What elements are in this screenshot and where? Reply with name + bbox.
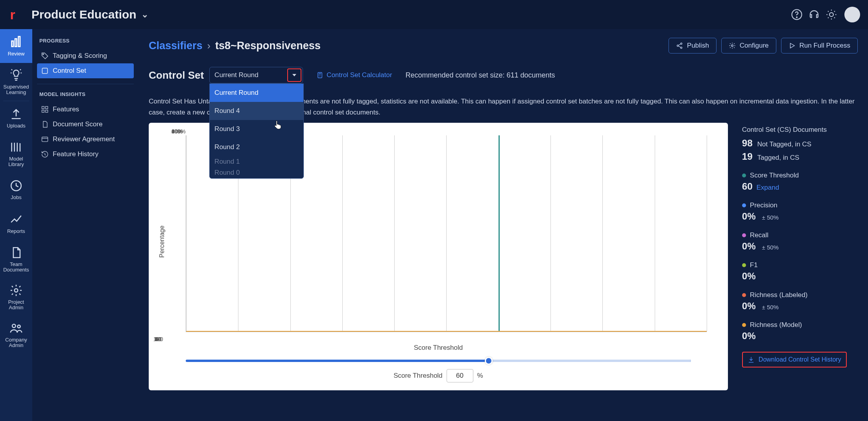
run-full-process-button[interactable]: Run Full Process [781,38,858,54]
round-selector[interactable]: Current Round Current Round Round 4 Roun… [209,67,303,83]
threshold-marker-line [499,135,500,332]
threshold-slider-thumb[interactable] [485,357,493,365]
publish-button[interactable]: Publish [669,38,717,54]
svg-rect-12 [42,107,44,109]
metric-label: Recall [750,231,768,239]
sidebar-item-reviewer-agreement[interactable]: Reviewer Agreement [37,132,134,147]
rail-uploads[interactable]: Uploads [0,101,32,135]
metric-label: Score Threshold [750,172,799,179]
metric-row: Score Threshold [742,172,858,179]
calculator-icon [316,72,323,79]
metric-error-margin: ± 50% [762,244,779,251]
metric-value-row: 0%± 50% [742,241,858,252]
gear-icon [729,42,736,49]
rail-review[interactable]: Review [0,29,32,63]
metric-value: 0% [742,271,756,282]
metric-color-dot [742,233,746,237]
sidebar-item-features[interactable]: Features [37,102,134,117]
metric-value: 0% [742,211,756,222]
rail-jobs[interactable]: Jobs [0,173,32,207]
chart-y-axis-label: Percentage [159,225,166,258]
rail-reports[interactable]: Reports [0,207,32,240]
threshold-slider[interactable] [186,360,691,362]
title-row: Control Set Current Round Current Round … [149,67,858,83]
svg-rect-16 [42,137,48,142]
svg-point-7 [15,289,18,292]
agreement-icon [41,135,49,143]
sidebar-item-document-score[interactable]: Document Score [37,117,134,132]
sidebar-item-control-set[interactable]: Control Set [37,63,134,78]
rail-model-library[interactable]: Model Library [0,135,32,173]
breadcrumb-sep: › [207,40,211,52]
svg-rect-5 [18,37,20,47]
round-dropdown: Current Round Round 4 Round 3 Round 2 Ro… [209,83,304,179]
round-option-3[interactable]: Round 3 [210,120,303,138]
metric-row: Richness (Labeled) [742,291,858,299]
svg-rect-21 [318,72,322,78]
round-option-2[interactable]: Round 2 [210,138,303,156]
grid-icon [41,105,49,113]
sidebar-item-tagging[interactable]: Tagging & Scoring [37,48,134,63]
configure-button[interactable]: Configure [721,38,776,54]
round-option-0: Round 0 [210,167,303,178]
model-insights-heading: MODEL INSIGHTS [39,91,131,97]
metric-color-dot [742,174,746,177]
metric-row: Richness (Model) [742,321,858,329]
theme-icon[interactable] [826,9,837,20]
svg-rect-13 [46,107,48,109]
breadcrumb-root[interactable]: Classifiers [149,40,203,52]
metric-value-row: 0% [742,271,858,282]
main-area: Classifiers › ts8~Responsiveness Publish… [139,29,868,421]
progress-heading: PROGRESS [39,38,131,44]
svg-rect-14 [42,110,44,113]
svg-point-2 [829,13,833,17]
metric-label: Richness (Model) [750,321,802,329]
help-icon[interactable] [791,9,803,20]
metric-label: Richness (Labeled) [750,291,807,299]
metric-color-dot [742,203,746,207]
svg-rect-11 [42,68,47,73]
workspace-selector[interactable]: Product Education ⌄ [31,8,148,21]
chart-series-line [186,331,707,332]
sidebar-item-feature-history[interactable]: Feature History [37,147,134,162]
threshold-input[interactable] [447,369,473,382]
svg-point-10 [43,54,44,55]
svg-rect-15 [46,110,48,113]
metric-label: F1 [750,261,758,269]
rail-project-admin[interactable]: Project Admin [0,278,32,316]
metric-value-row: 60Expand [742,181,858,192]
control-set-calculator-link[interactable]: Control Set Calculator [316,71,392,79]
stats-title: Control Set (CS) Documents [742,126,858,134]
round-selector-value: Current Round [214,71,259,79]
document-icon [41,120,49,128]
rail-team-documents[interactable]: Team Documents [0,240,32,278]
svg-point-9 [18,325,20,328]
section-sidebar: PROGRESS Tagging & Scoring Control Set M… [32,29,139,421]
nav-rail: Review Supervised Learning Uploads Model… [0,29,32,421]
user-avatar[interactable] [844,7,860,22]
workspace-name: Product Education [31,8,137,21]
support-icon[interactable] [808,9,820,20]
threshold-input-row: Score Threshold % [158,369,718,382]
metric-label: Precision [750,201,778,209]
svg-point-20 [731,45,733,47]
metric-value: 0% [742,301,756,312]
metric-value: 0% [742,331,756,342]
rail-supervised-learning[interactable]: Supervised Learning [0,63,32,101]
download-icon [748,356,755,363]
rail-company-admin[interactable]: Company Admin [0,316,32,354]
page-actions: Publish Configure Run Full Process [669,38,858,54]
round-option-current[interactable]: Current Round [210,84,303,102]
history-icon [41,150,49,158]
metric-expand-link[interactable]: Expand [757,184,779,192]
metric-error-margin: ± 50% [762,304,779,310]
round-selector-caret-icon[interactable] [287,68,301,82]
stat-not-tagged-count: 98 [742,138,753,149]
recommended-size-text: Recommended control set size: 611 docume… [405,71,555,79]
download-control-set-history-button[interactable]: Download Control Set History [742,352,847,367]
metric-row: Precision [742,201,858,209]
stat-tagged-label: Tagged, in CS [757,154,800,162]
threshold-input-suffix: % [477,372,483,380]
metric-error-margin: ± 50% [762,214,779,221]
round-option-4[interactable]: Round 4 [210,102,303,120]
